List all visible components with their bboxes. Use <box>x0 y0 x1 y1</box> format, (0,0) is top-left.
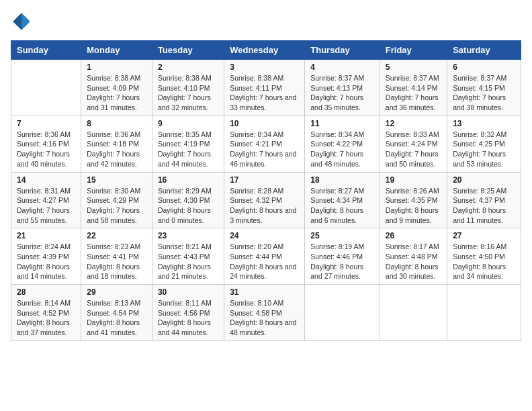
day-of-week-header: Wednesday <box>224 41 305 60</box>
sunset: Sunset: 4:39 PM <box>17 252 75 262</box>
day-info: Sunrise: 8:37 AM Sunset: 4:13 PM Dayligh… <box>310 73 374 113</box>
calendar-day-cell <box>11 60 81 116</box>
day-number: 30 <box>158 287 218 297</box>
daylight: Daylight: 7 hours and 38 minutes. <box>453 93 515 112</box>
sunrise: Sunrise: 8:25 AM <box>453 186 515 196</box>
day-info: Sunrise: 8:11 AM Sunset: 4:56 PM Dayligh… <box>158 298 218 338</box>
sunrise: Sunrise: 8:37 AM <box>310 73 374 83</box>
day-number: 10 <box>230 119 299 128</box>
day-info: Sunrise: 8:34 AM Sunset: 4:21 PM Dayligh… <box>230 130 299 169</box>
day-number: 9 <box>158 119 218 128</box>
day-info: Sunrise: 8:36 AM Sunset: 4:18 PM Dayligh… <box>87 130 146 169</box>
sunrise: Sunrise: 8:38 AM <box>87 73 146 83</box>
calendar-day-cell: 7 Sunrise: 8:36 AM Sunset: 4:16 PM Dayli… <box>11 116 81 172</box>
day-info: Sunrise: 8:13 AM Sunset: 4:54 PM Dayligh… <box>87 298 146 338</box>
day-number: 15 <box>87 175 146 185</box>
daylight: Daylight: 7 hours and 48 minutes. <box>310 149 374 169</box>
calendar-day-cell: 12 Sunrise: 8:33 AM Sunset: 4:24 PM Dayl… <box>380 116 447 172</box>
day-of-week-header: Tuesday <box>152 41 224 60</box>
calendar-day-cell <box>380 285 447 341</box>
sunset: Sunset: 4:18 PM <box>87 139 146 149</box>
day-number: 1 <box>87 62 146 72</box>
calendar-day-cell: 11 Sunrise: 8:34 AM Sunset: 4:22 PM Dayl… <box>305 116 380 172</box>
calendar-day-cell: 9 Sunrise: 8:35 AM Sunset: 4:19 PM Dayli… <box>152 116 224 172</box>
sunrise: Sunrise: 8:14 AM <box>17 298 75 308</box>
logo-icon <box>11 11 32 32</box>
sunset: Sunset: 4:27 PM <box>17 195 75 205</box>
sunset: Sunset: 4:32 PM <box>230 195 299 205</box>
calendar-day-cell <box>305 285 380 341</box>
calendar-day-cell: 2 Sunrise: 8:38 AM Sunset: 4:10 PM Dayli… <box>152 60 224 116</box>
calendar-day-cell: 24 Sunrise: 8:20 AM Sunset: 4:44 PM Dayl… <box>224 228 305 285</box>
sunrise: Sunrise: 8:29 AM <box>158 186 218 196</box>
day-info: Sunrise: 8:38 AM Sunset: 4:11 PM Dayligh… <box>230 73 299 113</box>
daylight: Daylight: 8 hours and 14 minutes. <box>17 262 75 281</box>
sunrise: Sunrise: 8:37 AM <box>386 73 441 83</box>
daylight: Daylight: 7 hours and 32 minutes. <box>158 93 218 112</box>
sunrise: Sunrise: 8:24 AM <box>17 242 75 252</box>
sunset: Sunset: 4:21 PM <box>230 139 299 149</box>
day-number: 11 <box>310 119 374 128</box>
day-info: Sunrise: 8:26 AM Sunset: 4:35 PM Dayligh… <box>386 186 441 226</box>
day-info: Sunrise: 8:23 AM Sunset: 4:41 PM Dayligh… <box>87 242 146 281</box>
daylight: Daylight: 7 hours and 50 minutes. <box>386 149 441 169</box>
calendar-day-cell: 23 Sunrise: 8:21 AM Sunset: 4:43 PM Dayl… <box>152 228 224 285</box>
day-number: 5 <box>386 62 441 72</box>
sunrise: Sunrise: 8:37 AM <box>453 73 515 83</box>
sunset: Sunset: 4:58 PM <box>230 308 299 318</box>
day-info: Sunrise: 8:16 AM Sunset: 4:50 PM Dayligh… <box>453 242 515 281</box>
day-number: 29 <box>87 287 146 297</box>
calendar-day-cell: 20 Sunrise: 8:25 AM Sunset: 4:37 PM Dayl… <box>447 172 521 228</box>
sunrise: Sunrise: 8:34 AM <box>230 130 299 140</box>
sunset: Sunset: 4:16 PM <box>17 139 75 149</box>
daylight: Daylight: 8 hours and 6 minutes. <box>310 205 374 225</box>
daylight: Daylight: 7 hours and 36 minutes. <box>386 93 441 112</box>
calendar-day-cell: 26 Sunrise: 8:17 AM Sunset: 4:48 PM Dayl… <box>380 228 447 285</box>
day-info: Sunrise: 8:28 AM Sunset: 4:32 PM Dayligh… <box>230 186 299 226</box>
day-info: Sunrise: 8:24 AM Sunset: 4:39 PM Dayligh… <box>17 242 75 281</box>
calendar-day-cell: 17 Sunrise: 8:28 AM Sunset: 4:32 PM Dayl… <box>224 172 305 228</box>
sunrise: Sunrise: 8:23 AM <box>87 242 146 252</box>
calendar-day-cell: 28 Sunrise: 8:14 AM Sunset: 4:52 PM Dayl… <box>11 285 81 341</box>
day-of-week-header: Thursday <box>305 41 380 60</box>
svg-marker-0 <box>21 13 30 30</box>
day-info: Sunrise: 8:37 AM Sunset: 4:14 PM Dayligh… <box>386 73 441 113</box>
sunrise: Sunrise: 8:20 AM <box>230 242 299 252</box>
day-info: Sunrise: 8:37 AM Sunset: 4:15 PM Dayligh… <box>453 73 515 113</box>
day-number: 28 <box>17 287 75 297</box>
sunrise: Sunrise: 8:33 AM <box>386 130 441 140</box>
calendar-week-row: 7 Sunrise: 8:36 AM Sunset: 4:16 PM Dayli… <box>11 116 521 172</box>
calendar-day-cell: 4 Sunrise: 8:37 AM Sunset: 4:13 PM Dayli… <box>305 60 380 116</box>
day-number: 7 <box>17 119 75 128</box>
calendar-day-cell: 21 Sunrise: 8:24 AM Sunset: 4:39 PM Dayl… <box>11 228 81 285</box>
sunset: Sunset: 4:15 PM <box>453 83 515 93</box>
sunrise: Sunrise: 8:38 AM <box>230 73 299 83</box>
sunset: Sunset: 4:41 PM <box>87 252 146 262</box>
day-number: 22 <box>87 231 146 240</box>
daylight: Daylight: 7 hours and 42 minutes. <box>87 149 146 169</box>
daylight: Daylight: 8 hours and 11 minutes. <box>453 205 515 225</box>
calendar-day-cell: 31 Sunrise: 8:10 AM Sunset: 4:58 PM Dayl… <box>224 285 305 341</box>
day-number: 6 <box>453 62 515 72</box>
day-info: Sunrise: 8:38 AM Sunset: 4:10 PM Dayligh… <box>158 73 218 113</box>
calendar-day-cell: 5 Sunrise: 8:37 AM Sunset: 4:14 PM Dayli… <box>380 60 447 116</box>
sunset: Sunset: 4:22 PM <box>310 139 374 149</box>
day-info: Sunrise: 8:34 AM Sunset: 4:22 PM Dayligh… <box>310 130 374 169</box>
day-number: 17 <box>230 175 299 185</box>
day-info: Sunrise: 8:27 AM Sunset: 4:34 PM Dayligh… <box>310 186 374 226</box>
sunset: Sunset: 4:46 PM <box>310 252 374 262</box>
day-number: 18 <box>310 175 374 185</box>
sunrise: Sunrise: 8:31 AM <box>17 186 75 196</box>
calendar-header-row: SundayMondayTuesdayWednesdayThursdayFrid… <box>11 41 521 60</box>
sunrise: Sunrise: 8:16 AM <box>453 242 515 252</box>
sunset: Sunset: 4:43 PM <box>158 252 218 262</box>
day-info: Sunrise: 8:35 AM Sunset: 4:19 PM Dayligh… <box>158 130 218 169</box>
day-info: Sunrise: 8:21 AM Sunset: 4:43 PM Dayligh… <box>158 242 218 281</box>
calendar-day-cell: 30 Sunrise: 8:11 AM Sunset: 4:56 PM Dayl… <box>152 285 224 341</box>
calendar-day-cell: 25 Sunrise: 8:19 AM Sunset: 4:46 PM Dayl… <box>305 228 380 285</box>
day-info: Sunrise: 8:10 AM Sunset: 4:58 PM Dayligh… <box>230 298 299 338</box>
day-info: Sunrise: 8:20 AM Sunset: 4:44 PM Dayligh… <box>230 242 299 281</box>
sunrise: Sunrise: 8:36 AM <box>87 130 146 140</box>
sunrise: Sunrise: 8:21 AM <box>158 242 218 252</box>
sunset: Sunset: 4:35 PM <box>386 195 441 205</box>
